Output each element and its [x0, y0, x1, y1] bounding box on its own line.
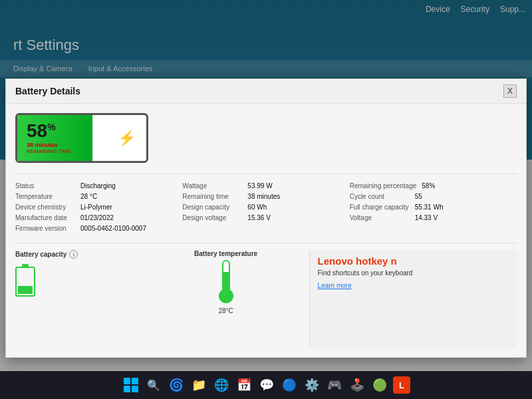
temp-reading: 28°C [218, 307, 233, 315]
design-cap-label: Design capacity [182, 203, 242, 211]
lenovo-subtitle: Find shortcuts on your keyboard [318, 269, 509, 277]
search-taskbar-button[interactable]: 🔍 [144, 376, 163, 394]
detail-row-cycle: Cycle count 55 [350, 193, 517, 200]
browser-button[interactable]: 🌐 [212, 376, 231, 394]
game-button[interactable]: 🕹️ [348, 376, 366, 394]
battery-small-fill [18, 286, 33, 294]
detail-row-temp: Temperature 28 °C [15, 193, 182, 200]
steam-icon: 🎮 [327, 378, 342, 392]
capacity-section-label: Battery capacity i [15, 250, 143, 259]
learn-more-link[interactable]: Learn more [318, 282, 509, 289]
modal-title: Battery Details [15, 86, 80, 96]
battery-details-modal: Battery Details X 58% 38 minutes REMAINI… [5, 78, 527, 358]
modal-close-button[interactable]: X [503, 84, 517, 98]
taskbar: 🔍 🌀 📁 🌐 📅 💬 🔵 ⚙️ 🎮 🕹️ 🟢 L [0, 371, 532, 399]
win-q2 [132, 378, 138, 384]
remaining-time-value: 38 minutes [247, 193, 349, 200]
game-icon: 🕹️ [350, 378, 364, 392]
modal-header: Battery Details X [6, 79, 526, 104]
therm-tube [222, 260, 230, 290]
temp-label: Temperature [15, 193, 75, 200]
settings-button[interactable]: ⚙️ [303, 376, 321, 394]
detail-col-2: Wattage 53.99 W Remaining time 38 minute… [182, 182, 349, 232]
win-q3 [124, 386, 130, 392]
remaining-pct-value: 58% [422, 182, 517, 190]
detail-row-mfg-date: Manufacture date 01/23/2022 [15, 214, 182, 221]
thermometer [217, 260, 235, 303]
detail-row-firmware: Firmware version 0005-0462-0100-0007 [15, 225, 182, 232]
firmware-value: 0005-0462-0100-0007 [80, 225, 182, 232]
remaining-time-label: Remaining time [182, 193, 242, 200]
detail-row-chemistry: Device chemistry Li-Polymer [15, 203, 182, 211]
modal-body: 58% 38 minutes REMAINING TIME ⚡ Status D… [6, 104, 526, 357]
start-button[interactable] [122, 376, 140, 394]
calendar-button[interactable]: 📅 [235, 376, 253, 394]
detail-col-1: Status Discharging Temperature 28 °C Dev… [15, 182, 182, 232]
explorer-icon: 📁 [192, 378, 206, 392]
charge-icon: ⚡ [118, 130, 136, 147]
win-q1 [124, 378, 130, 384]
mfg-date-value: 01/23/2022 [80, 214, 182, 221]
wattage-label: Wattage [182, 182, 242, 190]
edge-icon: 🌀 [169, 378, 184, 392]
win-q4 [132, 386, 138, 392]
detail-row-wattage: Wattage 53.99 W [182, 182, 349, 190]
detail-col-3: Remaining percentage 58% Cycle count 55 … [350, 182, 517, 232]
lenovo-taskbar-icon: L [399, 380, 404, 390]
explorer-button[interactable]: 📁 [190, 376, 208, 394]
voltage-label: Voltage [350, 214, 410, 221]
battery-graphic-container: 58% 38 minutes REMAINING TIME ⚡ [15, 113, 517, 163]
search-taskbar-icon: 🔍 [147, 379, 160, 392]
lenovo-taskbar-button[interactable]: L [393, 376, 410, 394]
battery-time: 38 minutes [27, 142, 58, 148]
battery-remaining-label: REMAINING TIME [27, 148, 71, 154]
edge-button[interactable]: 🌀 [167, 376, 186, 394]
chemistry-value: Li-Polymer [80, 203, 182, 211]
cycle-label: Cycle count [350, 193, 410, 200]
bottom-section: Battery capacity i Battery temperature 2… [15, 243, 517, 348]
battery-graphic: 58% 38 minutes REMAINING TIME ⚡ [15, 113, 148, 163]
windows-icon [124, 378, 138, 392]
mfg-date-label: Manufacture date [15, 214, 75, 221]
detail-row-full-charge: Full charge capacity 55.31 Wh [350, 203, 517, 211]
browser-icon: 🌐 [214, 378, 229, 392]
detail-row-remaining-pct: Remaining percentage 58% [350, 182, 517, 190]
temp-section-label: Battery temperature [194, 250, 257, 257]
temp-value: 28 °C [80, 193, 182, 200]
voltage-value: 14.33 V [415, 214, 517, 221]
xbox-button[interactable]: 🟢 [370, 376, 389, 394]
steam-button[interactable]: 🎮 [325, 376, 344, 394]
design-voltage-value: 15.36 V [247, 214, 349, 221]
calendar-icon: 📅 [237, 378, 251, 392]
chrome-icon: 🔵 [282, 378, 297, 392]
chemistry-label: Device chemistry [15, 203, 75, 211]
wattage-value: 53.99 W [247, 182, 349, 190]
design-voltage-label: Design voltage [182, 214, 242, 221]
firmware-label: Firmware version [15, 225, 75, 232]
detail-row-remaining-time: Remaining time 38 minutes [182, 193, 349, 200]
capacity-info-icon[interactable]: i [69, 250, 78, 259]
whatsapp-button[interactable]: 💬 [257, 376, 276, 394]
design-cap-value: 60 Wh [247, 203, 349, 211]
detail-row-voltage: Voltage 14.33 V [350, 214, 517, 221]
xbox-icon: 🟢 [372, 378, 387, 392]
remaining-pct-label: Remaining percentage [350, 182, 417, 190]
chrome-button[interactable]: 🔵 [280, 376, 299, 394]
status-value: Discharging [80, 182, 182, 190]
status-label: Status [15, 182, 75, 190]
full-charge-label: Full charge capacity [350, 203, 410, 211]
cycle-value: 55 [415, 193, 517, 200]
battery-temp-section: Battery temperature 28°C [150, 250, 303, 348]
whatsapp-icon: 💬 [259, 378, 274, 392]
details-grid: Status Discharging Temperature 28 °C Dev… [15, 174, 517, 232]
therm-fill [223, 272, 229, 289]
settings-taskbar-icon: ⚙️ [305, 378, 319, 392]
therm-bulb [219, 289, 233, 303]
detail-row-status: Status Discharging [15, 182, 182, 190]
battery-capacity-section: Battery capacity i [15, 250, 143, 348]
lenovo-title: Lenovo hotkey n [318, 255, 509, 267]
battery-percentage: 58% [27, 120, 56, 142]
full-charge-value: 55.31 Wh [415, 203, 517, 211]
battery-icon-small [15, 267, 35, 297]
lenovo-panel: Lenovo hotkey n Find shortcuts on your k… [309, 250, 517, 348]
